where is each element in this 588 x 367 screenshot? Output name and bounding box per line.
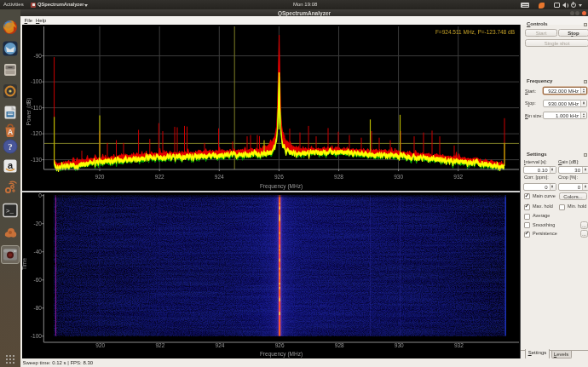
svg-text:930: 930: [394, 174, 403, 180]
svg-text:F=924.511 MHz, P=-123.748 dB: F=924.511 MHz, P=-123.748 dB: [435, 29, 515, 35]
svg-text:932: 932: [453, 174, 463, 180]
svg-text:926: 926: [274, 174, 284, 180]
svg-text:928: 928: [334, 174, 343, 180]
svg-text:932: 932: [454, 342, 464, 348]
svg-text:926: 926: [275, 342, 285, 348]
svg-text:-120: -120: [31, 130, 42, 136]
svg-text:920: 920: [95, 342, 105, 348]
svg-text:Time: Time: [22, 258, 27, 271]
svg-text:-40: -40: [33, 249, 42, 255]
svg-text:924: 924: [216, 342, 225, 348]
svg-text:930: 930: [395, 342, 404, 348]
svg-text:a: a: [8, 160, 14, 170]
svg-text:-80: -80: [33, 305, 42, 311]
svg-text:922: 922: [155, 174, 164, 180]
svg-text:-20: -20: [33, 221, 42, 227]
svg-text:920: 920: [95, 174, 105, 180]
svg-text:-100: -100: [31, 333, 42, 339]
svg-text:Frequency (MHz): Frequency (MHz): [260, 351, 303, 358]
svg-text:A: A: [8, 128, 13, 136]
svg-text:Frequency (MHz): Frequency (MHz): [260, 183, 303, 190]
svg-text:?: ?: [8, 141, 13, 152]
svg-text:-110: -110: [31, 105, 42, 111]
svg-text:922: 922: [155, 342, 164, 348]
svg-text:924: 924: [215, 174, 224, 180]
svg-text:0: 0: [38, 192, 42, 198]
svg-text:>_: >_: [6, 208, 14, 215]
svg-text:928: 928: [335, 342, 344, 348]
svg-text:-130: -130: [31, 157, 42, 163]
svg-text:-60: -60: [33, 277, 42, 283]
svg-text:Power (dB): Power (dB): [26, 98, 32, 126]
svg-text:-90: -90: [34, 53, 43, 59]
svg-text:-100: -100: [31, 78, 42, 84]
